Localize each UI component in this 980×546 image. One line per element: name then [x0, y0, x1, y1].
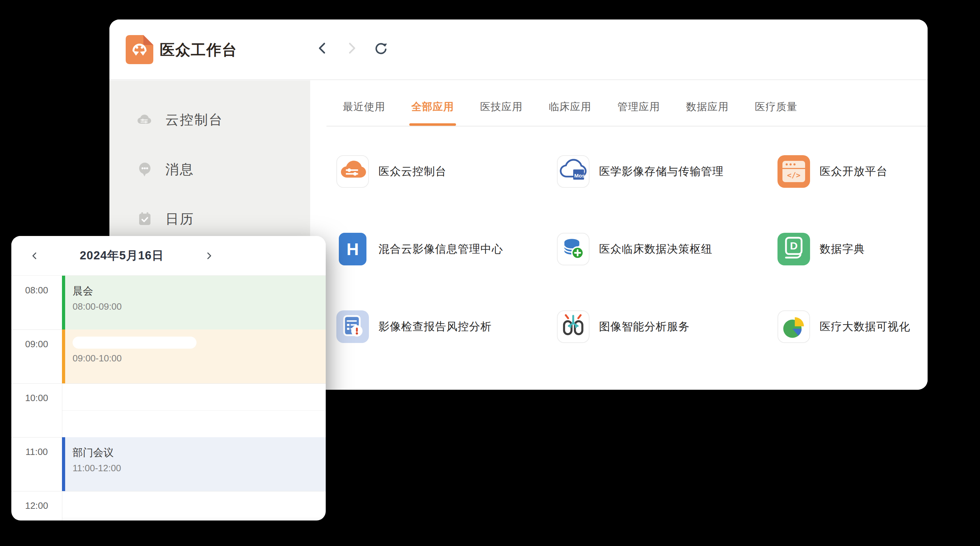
sidebar-item-label: 消息 [165, 161, 194, 179]
blue-cloud-storage-icon: Mos [557, 155, 590, 188]
window-header: 医众工作台 [110, 19, 928, 80]
sidebar-item-label: 日历 [165, 210, 194, 228]
app-cloud-console[interactable]: 医众云控制台 [336, 155, 557, 188]
calendar-header: 2024年5月16日 [11, 236, 326, 276]
tab-bar: 最近使用 全部应用 医技应用 临床应用 管理应用 数据应用 医疗质量 [343, 100, 797, 126]
app-label: 医疗大数据可视化 [819, 319, 910, 334]
time-label: 11:00 [11, 447, 62, 457]
hour-line [11, 491, 326, 492]
app-open-platform[interactable]: </> 医众开放平台 [778, 155, 926, 188]
calendar-next-button[interactable] [202, 249, 216, 263]
app-label: 影像检查报告风控分析 [379, 319, 492, 334]
calendar-panel: 2024年5月16日 08:00 09:00 10:00 11:00 12:00 [11, 236, 326, 520]
forward-button[interactable] [344, 40, 360, 56]
event-time: 08:00-09:00 [73, 301, 326, 312]
content-area: 最近使用 全部应用 医技应用 临床应用 管理应用 数据应用 医疗质量 [310, 80, 928, 390]
tab-management-apps[interactable]: 管理应用 [617, 100, 660, 126]
app-report-risk-analysis[interactable]: 影像检查报告风控分析 [336, 310, 557, 343]
code-glyph: </> [783, 169, 805, 182]
tab-divider [326, 126, 928, 126]
back-button[interactable] [315, 40, 330, 56]
app-label: 数据字典 [819, 242, 865, 257]
sidebar-item-calendar[interactable]: 日历 [110, 208, 310, 230]
database-plus-icon [557, 233, 590, 265]
mos-badge: Mos [574, 170, 585, 181]
refresh-button[interactable] [373, 40, 388, 56]
sidebar-item-label: 云控制台 [165, 111, 223, 129]
sidebar-item-messages[interactable]: 消息 [110, 159, 310, 180]
tab-data-apps[interactable]: 数据应用 [686, 100, 729, 126]
h-letter: H [336, 233, 369, 265]
report-alert-icon [336, 310, 369, 343]
app-data-dictionary[interactable]: D 数据字典 [778, 233, 926, 265]
tab-medtech-apps[interactable]: 医技应用 [480, 100, 523, 126]
event-title: 部门会议 [73, 446, 326, 460]
browser-dots [786, 163, 795, 166]
hour-line [11, 383, 326, 384]
window-nav [315, 40, 388, 56]
hybrid-cloud-icon: H [336, 233, 369, 265]
app-label: 医众开放平台 [819, 164, 888, 179]
browser-window-shape: </> [783, 161, 805, 182]
tab-medical-quality[interactable]: 医疗质量 [755, 100, 797, 126]
app-label: 医众临床数据决策枢纽 [599, 242, 712, 257]
app-clinical-data-hub[interactable]: 医众临床数据决策枢纽 [557, 233, 778, 265]
app-hybrid-cloud-center[interactable]: H 混合云影像信息管理中心 [336, 233, 557, 265]
half-hour-line [62, 518, 326, 518]
calendar-prev-button[interactable] [28, 249, 42, 263]
lungs-analysis-icon [557, 310, 590, 343]
tab-clinical-apps[interactable]: 临床应用 [549, 100, 591, 126]
app-grid: 医众云控制台 Mos 医学影像存储与传输管理 [336, 155, 926, 388]
calendar-body: 08:00 09:00 10:00 11:00 12:00 晨会 08:00-0… [11, 276, 326, 520]
app-image-ai-analysis[interactable]: 图像智能分析服务 [557, 310, 778, 343]
tab-recently-used[interactable]: 最近使用 [343, 100, 385, 126]
pie-chart-icon [778, 310, 810, 343]
desktop-background: 医众工作台 [0, 0, 980, 546]
app-label: 医众云控制台 [379, 164, 447, 179]
time-label: 12:00 [11, 500, 62, 511]
app-label: 混合云影像信息管理中心 [379, 242, 503, 257]
app-logo-icon [125, 34, 154, 65]
cloud-settings-icon [136, 111, 153, 128]
message-bubble-icon [136, 161, 153, 178]
event-title-placeholder [73, 337, 197, 349]
d-letter: D [786, 238, 802, 254]
time-label: 08:00 [11, 285, 62, 296]
orange-cloud-sliders-icon [336, 155, 369, 188]
calendar-event-department-meeting[interactable]: 部门会议 11:00-12:00 [62, 437, 326, 491]
event-time: 11:00-12:00 [73, 463, 326, 474]
sidebar-item-cloud-console[interactable]: 云控制台 [110, 109, 310, 130]
half-hour-line [62, 410, 326, 411]
app-title: 医众工作台 [160, 19, 237, 80]
event-time: 09:00-10:00 [73, 353, 326, 364]
app-label: 图像智能分析服务 [599, 319, 690, 334]
time-label: 10:00 [11, 393, 62, 404]
calendar-check-icon [136, 211, 153, 227]
open-platform-browser-icon: </> [778, 155, 810, 188]
calendar-date: 2024年5月16日 [42, 247, 202, 263]
app-bigdata-visualization[interactable]: 医疗大数据可视化 [778, 310, 926, 343]
time-label: 09:00 [11, 339, 62, 350]
calendar-event-morning-meeting[interactable]: 晨会 08:00-09:00 [62, 276, 326, 329]
event-title: 晨会 [73, 284, 326, 299]
tab-all-apps[interactable]: 全部应用 [411, 100, 454, 126]
calendar-event-hidden-title[interactable]: 09:00-10:00 [62, 329, 326, 383]
app-imaging-storage[interactable]: Mos 医学影像存储与传输管理 [557, 155, 778, 188]
app-label: 医学影像存储与传输管理 [599, 164, 724, 179]
green-dictionary-book-icon: D [778, 233, 810, 265]
